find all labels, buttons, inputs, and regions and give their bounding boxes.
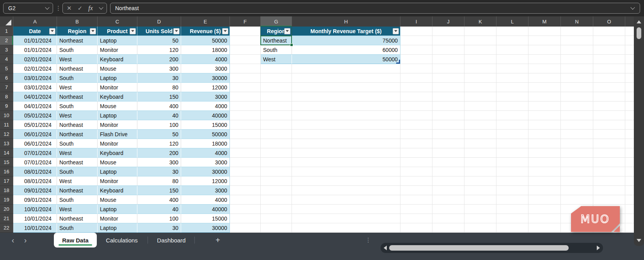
cell-A2[interactable]: 01/01/2024	[13, 36, 57, 45]
cell-N1[interactable]	[561, 27, 593, 36]
cell-F16[interactable]	[230, 167, 261, 176]
cell-D16[interactable]: 30	[137, 167, 181, 176]
cell-N11[interactable]	[561, 120, 593, 130]
cell-I7[interactable]	[400, 83, 432, 92]
cell-C7[interactable]: Monitor	[98, 83, 137, 92]
cell-C14[interactable]: Keyboard	[98, 148, 137, 158]
cell-N16[interactable]	[561, 167, 593, 176]
cell-E7[interactable]: 12000	[181, 83, 230, 92]
cell-F12[interactable]	[230, 130, 261, 139]
cell-J20[interactable]	[432, 205, 464, 214]
cell-x[interactable]	[625, 64, 634, 73]
cell-x[interactable]	[625, 45, 634, 55]
cell-D2[interactable]: 50	[137, 36, 181, 45]
cell-E15[interactable]: 3000	[181, 158, 230, 167]
cell-H9[interactable]	[292, 102, 400, 111]
cell-K20[interactable]	[464, 205, 496, 214]
cell-K1[interactable]	[464, 27, 496, 36]
cell-N17[interactable]	[561, 176, 593, 186]
cell-F15[interactable]	[230, 158, 261, 167]
cell-H5[interactable]	[292, 64, 400, 73]
cell-G5[interactable]	[261, 64, 292, 73]
cell-D14[interactable]: 200	[137, 148, 181, 158]
cell-H2[interactable]: 75000	[292, 36, 400, 45]
cell-M16[interactable]	[528, 167, 561, 176]
cell-L18[interactable]	[496, 186, 528, 195]
scroll-left-icon[interactable]	[384, 246, 387, 250]
cell-E19[interactable]: 4000	[181, 195, 230, 205]
cell-E11[interactable]: 15000	[181, 120, 230, 130]
cell-O9[interactable]	[593, 102, 625, 111]
cell-M18[interactable]	[528, 186, 561, 195]
cell-K5[interactable]	[464, 64, 496, 73]
row-header-20[interactable]: 20	[0, 205, 13, 214]
cell-I9[interactable]	[400, 102, 432, 111]
expand-formula-bar-icon[interactable]	[630, 5, 635, 9]
cell-L2[interactable]	[496, 36, 528, 45]
cell-K18[interactable]	[464, 186, 496, 195]
cell-I6[interactable]	[400, 73, 432, 83]
cell-J19[interactable]	[432, 195, 464, 205]
cell-F9[interactable]	[230, 102, 261, 111]
cell-G1[interactable]: Region	[261, 27, 292, 36]
cell-H19[interactable]	[292, 195, 400, 205]
cell-I13[interactable]	[400, 139, 432, 148]
filter-button-monthly-revenue-target[interactable]	[393, 28, 399, 34]
cell-O2[interactable]	[593, 36, 625, 45]
enter-icon[interactable]: ✓	[78, 5, 83, 12]
cell-M15[interactable]	[528, 158, 561, 167]
cell-H15[interactable]	[292, 158, 400, 167]
cell-J16[interactable]	[432, 167, 464, 176]
cell-G2[interactable]: Northeast	[261, 36, 292, 45]
cell-A21[interactable]: 10/01/2024	[13, 214, 57, 223]
cell-G3[interactable]: South	[261, 45, 292, 55]
cell-E18[interactable]: 3000	[181, 186, 230, 195]
cell-B11[interactable]: Northeast	[57, 120, 98, 130]
row-header-1[interactable]: 1	[0, 27, 13, 36]
cell-x[interactable]	[625, 195, 634, 205]
cell-D1[interactable]: Units Sold	[137, 27, 181, 36]
cell-x[interactable]	[625, 205, 634, 214]
cell-L16[interactable]	[496, 167, 528, 176]
cell-J10[interactable]	[432, 111, 464, 120]
cell-K2[interactable]	[464, 36, 496, 45]
cell-G11[interactable]	[261, 120, 292, 130]
cell-A22[interactable]: 10/01/2024	[13, 223, 57, 233]
cell-B14[interactable]: West	[57, 148, 98, 158]
cell-E13[interactable]: 18000	[181, 139, 230, 148]
cell-C18[interactable]: Keyboard	[98, 186, 137, 195]
cell-A19[interactable]: 09/01/2024	[13, 195, 57, 205]
cell-x[interactable]	[625, 36, 634, 45]
row-header-2[interactable]: 2	[0, 36, 13, 45]
cell-M3[interactable]	[528, 45, 561, 55]
cell-D20[interactable]: 40	[137, 205, 181, 214]
cell-J22[interactable]	[432, 223, 464, 233]
cell-D10[interactable]: 40	[137, 111, 181, 120]
cell-A16[interactable]: 08/01/2024	[13, 167, 57, 176]
cell-H10[interactable]	[292, 111, 400, 120]
cell-L22[interactable]	[496, 223, 528, 233]
cell-M7[interactable]	[528, 83, 561, 92]
cell-L14[interactable]	[496, 148, 528, 158]
cell-M22[interactable]	[528, 223, 561, 233]
cell-F13[interactable]	[230, 139, 261, 148]
cell-C13[interactable]: Monitor	[98, 139, 137, 148]
cell-G6[interactable]	[261, 73, 292, 83]
cell-K14[interactable]	[464, 148, 496, 158]
cell-J9[interactable]	[432, 102, 464, 111]
cell-E17[interactable]: 12000	[181, 176, 230, 186]
scroll-right-icon[interactable]	[597, 246, 600, 250]
cell-I17[interactable]	[400, 176, 432, 186]
row-header-5[interactable]: 5	[0, 64, 13, 73]
tab-raw-data[interactable]: Raw Data	[54, 233, 97, 248]
cell-B20[interactable]: West	[57, 205, 98, 214]
cell-H1[interactable]: Monthly Revenue Target ($)	[292, 27, 400, 36]
cell-O19[interactable]	[593, 195, 625, 205]
cell-C2[interactable]: Laptop	[98, 36, 137, 45]
column-header-A[interactable]: A	[13, 16, 57, 27]
cell-B15[interactable]: Northeast	[57, 158, 98, 167]
toolbar-more-menu[interactable]: ⋮	[55, 0, 61, 16]
cell-L17[interactable]	[496, 176, 528, 186]
cell-N10[interactable]	[561, 111, 593, 120]
cell-x[interactable]	[625, 27, 634, 36]
